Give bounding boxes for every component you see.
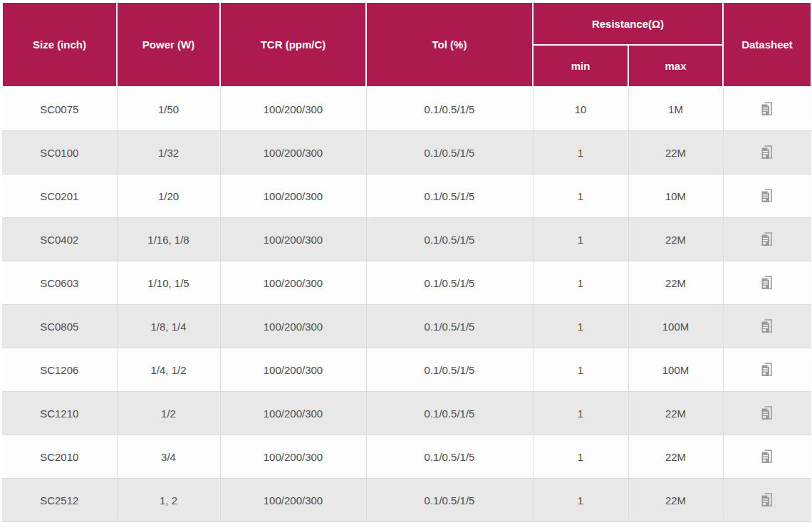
datasheet-cell (723, 435, 811, 479)
power-cell: 3/4 (117, 435, 220, 479)
header-datasheet: Datasheet (723, 2, 811, 87)
table-row: SC2512 1, 2 100/200/300 0.1/0.5/1/5 1 22… (2, 479, 811, 522)
resistance-max-cell: 1M (628, 87, 723, 131)
size-cell: SC0805 (2, 305, 117, 348)
table-row: SC0805 1/8, 1/4 100/200/300 0.1/0.5/1/5 … (2, 305, 811, 348)
power-cell: 1/10, 1/5 (117, 261, 220, 305)
tol-cell: 0.1/0.5/1/5 (366, 131, 533, 175)
datasheet-link[interactable] (757, 490, 777, 510)
tcr-cell: 100/200/300 (220, 175, 366, 218)
power-cell: 1, 2 (117, 479, 220, 522)
datasheet-link[interactable] (757, 99, 777, 119)
tcr-cell: 100/200/300 (220, 131, 366, 175)
power-cell: 1/8, 1/4 (117, 305, 220, 348)
size-cell: SC2010 (2, 435, 117, 479)
size-cell: SC0100 (2, 131, 117, 175)
table-header: Size (inch) Power (W) TCR (ppm/C) Tol (%… (2, 2, 811, 87)
document-copy-icon (759, 274, 776, 291)
tol-cell: 0.1/0.5/1/5 (366, 392, 533, 435)
tcr-cell: 100/200/300 (220, 392, 366, 435)
power-cell: 1/4, 1/2 (117, 348, 220, 392)
header-tcr: TCR (ppm/C) (220, 2, 366, 87)
datasheet-link[interactable] (757, 360, 777, 380)
table-row: SC0603 1/10, 1/5 100/200/300 0.1/0.5/1/5… (2, 261, 811, 305)
datasheet-cell (723, 87, 811, 131)
header-size: Size (inch) (2, 2, 117, 87)
datasheet-cell (723, 479, 811, 522)
resistance-min-cell: 1 (533, 435, 628, 479)
tcr-cell: 100/200/300 (220, 435, 366, 479)
size-cell: SC0402 (2, 218, 117, 261)
tcr-cell: 100/200/300 (220, 348, 366, 392)
datasheet-link[interactable] (757, 403, 777, 423)
resistance-min-cell: 1 (533, 348, 628, 392)
resistance-max-cell: 10M (628, 175, 723, 218)
datasheet-cell (723, 305, 811, 348)
resistance-min-cell: 10 (533, 87, 628, 131)
document-copy-icon (759, 231, 776, 248)
resistance-max-cell: 22M (628, 261, 723, 305)
resistance-min-cell: 1 (533, 305, 628, 348)
datasheet-cell (723, 261, 811, 305)
tcr-cell: 100/200/300 (220, 261, 366, 305)
resistance-min-cell: 1 (533, 479, 628, 522)
table-row: SC0100 1/32 100/200/300 0.1/0.5/1/5 1 22… (2, 131, 811, 175)
datasheet-link[interactable] (757, 447, 777, 467)
tol-cell: 0.1/0.5/1/5 (366, 348, 533, 392)
page: Size (inch) Power (W) TCR (ppm/C) Tol (%… (0, 0, 812, 530)
document-copy-icon (759, 361, 776, 378)
power-cell: 1/20 (117, 175, 220, 218)
power-cell: 1/32 (117, 131, 220, 175)
datasheet-link[interactable] (757, 316, 777, 336)
power-cell: 1/50 (117, 87, 220, 131)
size-cell: SC1210 (2, 392, 117, 435)
table-row: SC0075 1/50 100/200/300 0.1/0.5/1/5 10 1… (2, 87, 811, 131)
datasheet-cell (723, 218, 811, 261)
size-cell: SC0201 (2, 175, 117, 218)
resistance-min-cell: 1 (533, 131, 628, 175)
document-copy-icon (759, 318, 776, 335)
datasheet-link[interactable] (757, 142, 777, 162)
header-tol: Tol (%) (366, 2, 533, 87)
tol-cell: 0.1/0.5/1/5 (366, 435, 533, 479)
resistance-min-cell: 1 (533, 218, 628, 261)
size-cell: SC0603 (2, 261, 117, 305)
resistance-max-cell: 22M (628, 479, 723, 522)
tcr-cell: 100/200/300 (220, 87, 366, 131)
table-row: SC0201 1/20 100/200/300 0.1/0.5/1/5 1 10… (2, 175, 811, 218)
tol-cell: 0.1/0.5/1/5 (366, 175, 533, 218)
datasheet-cell (723, 131, 811, 175)
tcr-cell: 100/200/300 (220, 305, 366, 348)
document-copy-icon (759, 405, 776, 422)
size-cell: SC2512 (2, 479, 117, 522)
resistance-min-cell: 1 (533, 261, 628, 305)
tol-cell: 0.1/0.5/1/5 (366, 87, 533, 131)
table-row: SC1210 1/2 100/200/300 0.1/0.5/1/5 1 22M (2, 392, 811, 435)
resistance-min-cell: 1 (533, 175, 628, 218)
power-cell: 1/16, 1/8 (117, 218, 220, 261)
resistance-max-cell: 22M (628, 392, 723, 435)
size-cell: SC0075 (2, 87, 117, 131)
resistance-max-cell: 22M (628, 218, 723, 261)
table-row: SC2010 3/4 100/200/300 0.1/0.5/1/5 1 22M (2, 435, 811, 479)
tcr-cell: 100/200/300 (220, 479, 366, 522)
datasheet-link[interactable] (757, 229, 777, 249)
document-copy-icon (759, 448, 776, 465)
table-row: SC1206 1/4, 1/2 100/200/300 0.1/0.5/1/5 … (2, 348, 811, 392)
datasheet-link[interactable] (757, 186, 777, 206)
resistor-spec-table: Size (inch) Power (W) TCR (ppm/C) Tol (%… (1, 1, 812, 522)
document-copy-icon (759, 492, 776, 509)
resistance-min-cell: 1 (533, 392, 628, 435)
header-resistance-min: min (533, 45, 628, 87)
tcr-cell: 100/200/300 (220, 218, 366, 261)
power-cell: 1/2 (117, 392, 220, 435)
resistance-max-cell: 100M (628, 348, 723, 392)
tol-cell: 0.1/0.5/1/5 (366, 305, 533, 348)
size-cell: SC1206 (2, 348, 117, 392)
datasheet-link[interactable] (757, 273, 777, 293)
resistance-max-cell: 100M (628, 305, 723, 348)
document-copy-icon (759, 187, 776, 204)
tol-cell: 0.1/0.5/1/5 (366, 218, 533, 261)
tol-cell: 0.1/0.5/1/5 (366, 479, 533, 522)
resistance-max-cell: 22M (628, 435, 723, 479)
